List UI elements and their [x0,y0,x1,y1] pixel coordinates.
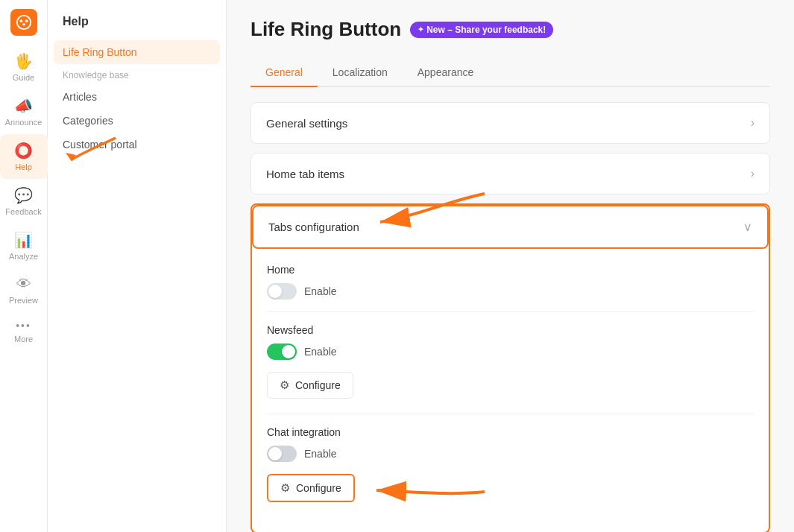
page-title: Life Ring Button [251,18,401,41]
sidebar-section-knowledge-base: Knowledge base [48,64,226,85]
sidebar-item-more[interactable]: ••• More [0,312,48,351]
gear-icon-newsfeed: ⚙ [280,379,289,392]
accordion-home-tab-items-header[interactable]: Home tab items › [251,153,769,194]
announce-label: Announce [5,118,42,127]
page-header: Life Ring Button New – Share your feedba… [251,18,770,41]
accordion-home-tab-items-label: Home tab items [266,168,344,180]
announce-icon: 📣 [14,97,33,115]
guide-icon: 🖐 [14,52,33,70]
home-enable-label: Enable [304,285,337,297]
chat-integration-toggle[interactable] [267,446,297,462]
accordion-tabs-configuration: Tabs configuration ∨ Home Enable Newsfee… [251,203,770,532]
sidebar-nav-categories[interactable]: Categories [48,109,226,133]
sidebar-item-feedback[interactable]: 💬 Feedback [0,179,48,224]
accordion-tabs-configuration-label: Tabs configuration [268,221,359,233]
chevron-down-icon: ∨ [743,220,752,234]
sidebar-nav-life-ring[interactable]: Life Ring Button [54,40,220,64]
chat-integration-configure-button[interactable]: ⚙ Configure [267,474,355,502]
sidebar-item-preview[interactable]: 👁 Preview [0,268,48,312]
chevron-right-icon-2: › [751,167,754,180]
tabs-bar: General Localization Appearance [251,59,770,87]
guide-label: Guide [13,73,34,82]
analyze-label: Analyze [9,252,38,261]
sidebar-nav-customer-portal[interactable]: Customer portal [48,133,226,156]
sidebar-item-help[interactable]: ⭕ Help [0,134,48,179]
chat-integration-configure-label: Configure [296,482,341,494]
tab-appearance[interactable]: Appearance [403,59,489,87]
icon-nav: 🖐 Guide 📣 Announce ⭕ Help 💬 Feedback 📊 A… [0,0,48,532]
accordion-tabs-configuration-header[interactable]: Tabs configuration ∨ [252,205,769,249]
accordion-general-settings: General settings › [251,102,770,144]
tab-localization[interactable]: Localization [318,59,403,87]
chat-integration-section-label: Chat integration [267,426,754,438]
sidebar-item-guide[interactable]: 🖐 Guide [0,45,48,89]
more-icon: ••• [16,320,31,332]
newsfeed-configure-label: Configure [295,379,341,391]
chat-integration-toggle-row: Enable [267,446,754,462]
accordion-home-tab-items: Home tab items › [251,153,770,194]
svg-point-2 [16,16,30,29]
feedback-label: Feedback [5,207,41,216]
accordion-general-settings-label: General settings [266,117,347,130]
home-toggle[interactable] [267,283,297,300]
newsfeed-enable-label: Enable [304,346,337,358]
main-content: Life Ring Button New – Share your feedba… [227,0,794,532]
preview-label: Preview [9,296,38,305]
newsfeed-toggle-row: Enable [267,343,754,360]
sidebar-item-analyze[interactable]: 📊 Analyze [0,224,48,268]
chat-integration-enable-label: Enable [304,448,337,460]
gear-icon-chat: ⚙ [280,481,290,495]
more-label: More [14,335,33,343]
sidebar-nav-articles[interactable]: Articles [48,85,226,109]
feedback-icon: 💬 [14,186,33,204]
preview-icon: 👁 [16,276,31,293]
newsfeed-section-label: Newsfeed [267,324,754,336]
help-label: Help [15,162,32,171]
home-section-label: Home [267,264,754,276]
newsfeed-toggle[interactable] [267,343,297,360]
svg-point-3 [19,19,22,22]
newsfeed-configure-button[interactable]: ⚙ Configure [267,372,353,399]
home-toggle-row: Enable [267,283,754,300]
sidebar-header: Help [48,15,226,40]
sidebar-item-announce[interactable]: 📣 Announce [0,89,48,134]
tab-general[interactable]: General [251,59,318,87]
new-badge[interactable]: New – Share your feedback! [410,22,553,38]
accordion-tabs-configuration-body: Home Enable Newsfeed Enable ⚙ Configure … [252,249,769,532]
help-icon: ⭕ [14,142,33,159]
svg-point-5 [22,23,25,26]
divider-1 [267,311,754,312]
svg-point-4 [25,19,28,22]
analyze-icon: 📊 [14,231,33,249]
sidebar: Help Life Ring Button Knowledge base Art… [48,0,227,532]
accordion-general-settings-header[interactable]: General settings › [251,103,769,143]
chevron-right-icon: › [751,116,754,130]
divider-2 [267,414,754,414]
app-logo[interactable] [10,9,37,36]
